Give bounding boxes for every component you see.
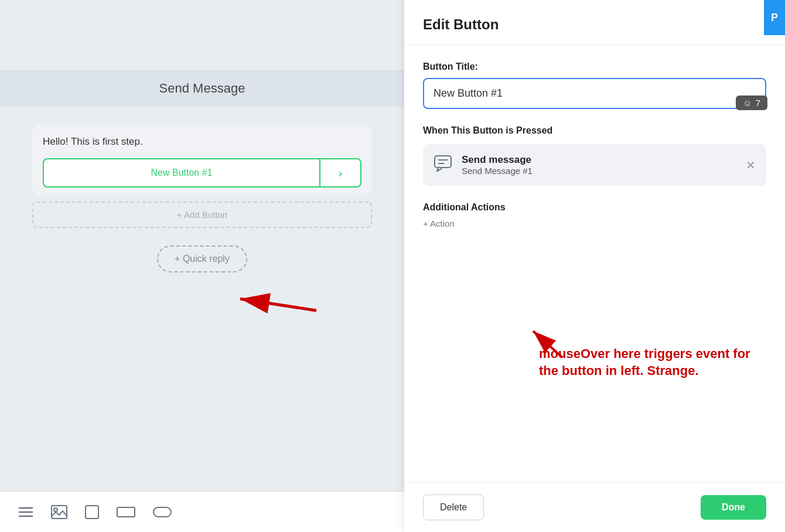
quick-reply-area: + Quick reply	[0, 245, 404, 272]
done-button[interactable]: Done	[701, 495, 766, 520]
edit-panel: P Edit Button Button Title: ☺ 7 When Thi…	[404, 0, 785, 532]
svg-point-5	[54, 508, 57, 511]
rect2-icon[interactable]	[152, 504, 172, 520]
message-bubble-icon	[434, 154, 452, 176]
new-button-arrow[interactable]: ›	[319, 159, 360, 186]
annotation-text: mouseOver here triggers event for the bu…	[539, 346, 762, 379]
svg-rect-4	[52, 506, 67, 519]
title-input-wrapper: ☺ 7	[423, 78, 766, 109]
image-icon[interactable]	[50, 504, 68, 520]
message-card: Hello! This is first step. New Button #1…	[32, 124, 372, 196]
when-pressed-label: When This Button is Pressed	[423, 125, 766, 136]
button-title-label: Button Title:	[423, 62, 766, 72]
message-text: Hello! This is first step.	[43, 136, 361, 148]
char-count: 7	[756, 98, 760, 108]
action-info: Send message Send Message #1	[462, 154, 736, 176]
action-subtitle: Send Message #1	[462, 166, 736, 176]
svg-rect-9	[435, 156, 451, 168]
square-icon[interactable]	[84, 504, 100, 520]
canvas-area: Send Message Hello! This is first step. …	[0, 0, 404, 532]
delete-button[interactable]: Delete	[423, 495, 484, 520]
add-button-area[interactable]: + Add Button	[32, 202, 372, 228]
additional-actions-label: Additional Actions	[423, 202, 766, 213]
edit-panel-body: Button Title: ☺ 7 When This Button is Pr…	[404, 45, 785, 262]
svg-rect-7	[117, 507, 135, 517]
new-button-row[interactable]: New Button #1 ›	[43, 158, 361, 187]
quick-reply-button[interactable]: + Quick reply	[157, 245, 247, 272]
svg-rect-6	[86, 506, 98, 519]
emoji-icon: ☺	[743, 98, 752, 108]
svg-rect-8	[153, 507, 171, 517]
send-message-header: Send Message	[0, 70, 404, 107]
action-card: Send message Send Message #1 ✕	[423, 144, 766, 186]
action-title: Send message	[462, 154, 736, 166]
rect-icon[interactable]	[116, 504, 136, 520]
add-action-button[interactable]: + Action	[423, 219, 766, 229]
edit-panel-header: Edit Button	[404, 0, 785, 45]
lines-icon[interactable]	[18, 506, 34, 519]
bottom-toolbar	[0, 491, 404, 532]
button-title-input[interactable]	[423, 78, 766, 109]
new-button-label[interactable]: New Button #1	[44, 159, 319, 186]
blue-tab[interactable]: P	[764, 0, 785, 35]
annotation-arrow-right	[521, 325, 568, 360]
edit-panel-title: Edit Button	[423, 16, 499, 33]
char-counter: ☺ 7	[736, 96, 767, 110]
action-close-button[interactable]: ✕	[746, 158, 756, 172]
panel-footer: Delete Done	[404, 482, 785, 532]
